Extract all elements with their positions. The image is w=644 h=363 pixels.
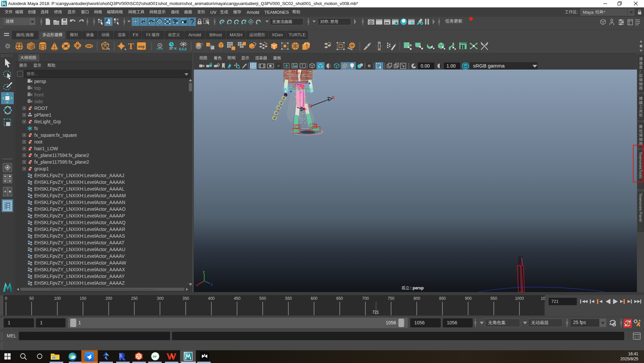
svg-text:450: 450: [234, 296, 241, 301]
svg-text:1000: 1000: [515, 296, 524, 301]
svg-text:800: 800: [414, 296, 420, 301]
svg-text:950: 950: [490, 296, 497, 301]
svg-text:600: 600: [311, 296, 317, 301]
svg-text:ON: ON: [463, 65, 467, 68]
svg-text:ev: ev: [153, 355, 157, 358]
svg-text:650: 650: [336, 296, 343, 301]
svg-text:50: 50: [29, 296, 34, 301]
svg-text:900: 900: [465, 296, 472, 301]
svg-text:400: 400: [208, 296, 215, 301]
svg-text:x: x: [196, 283, 198, 287]
svg-text:svg: svg: [138, 44, 144, 48]
svg-text:750: 750: [388, 296, 394, 301]
svg-text:0,0,0: 0,0,0: [179, 47, 187, 51]
svg-text:100: 100: [54, 296, 61, 301]
svg-text:{;}: {;}: [634, 336, 640, 339]
svg-text:: persp: : persp: [410, 286, 424, 290]
svg-text:500: 500: [259, 296, 266, 301]
svg-text:721: 721: [372, 310, 379, 315]
svg-text:y: y: [203, 270, 205, 274]
svg-text:IPR: IPR: [385, 22, 389, 25]
svg-text:1050: 1050: [541, 296, 545, 301]
svg-text:200: 200: [105, 296, 112, 301]
svg-text:T: T: [301, 64, 304, 68]
svg-text:350: 350: [182, 296, 189, 301]
svg-text:0: 0: [5, 296, 7, 301]
svg-text:1: 1: [613, 323, 615, 327]
svg-text:300: 300: [157, 296, 164, 301]
svg-text:250: 250: [131, 296, 138, 301]
svg-text:700: 700: [362, 296, 369, 301]
svg-text:850: 850: [439, 296, 446, 301]
svg-text:z: z: [211, 283, 213, 286]
svg-text:550: 550: [285, 296, 292, 301]
svg-text:150: 150: [80, 296, 86, 301]
